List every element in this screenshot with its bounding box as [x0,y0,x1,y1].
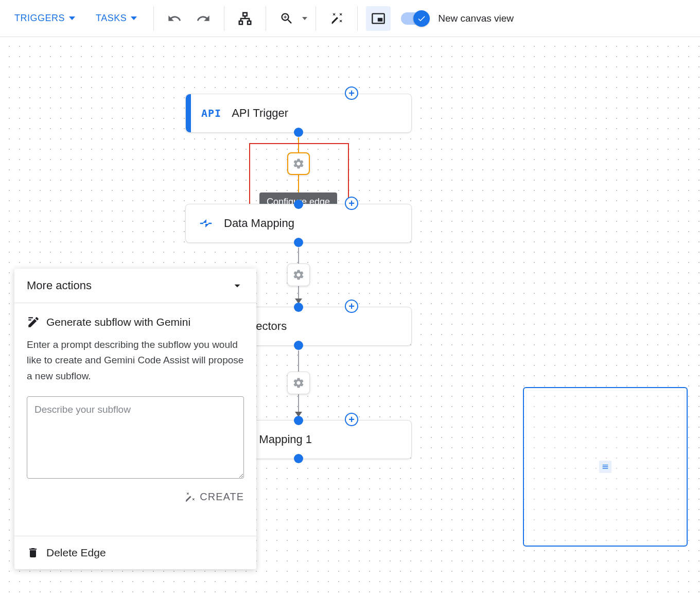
canvas[interactable]: API API Trigger + Configure edge Data Ma… [0,37,700,597]
panel-header[interactable]: More actions [14,269,256,303]
api-icon-text: API [201,107,221,119]
edge-gear-button[interactable] [287,372,310,394]
panel-body: Generate subflow with Gemini Enter a pro… [14,303,256,515]
wand-icon [330,12,343,25]
panel-title: More actions [27,279,92,292]
magic-button[interactable] [324,6,349,31]
chevron-down-icon [69,16,75,20]
add-node-button[interactable]: + [345,197,358,210]
api-icon: API [201,107,221,119]
port-in[interactable] [294,416,303,425]
node-accent-bar [186,94,191,132]
toggle-knob [413,10,430,27]
node-label: Data Mapping [224,217,294,230]
port-out[interactable] [294,454,303,463]
separator [357,6,358,31]
data-mapping-icon [198,216,214,231]
edge-gear-button[interactable] [287,264,310,286]
chevron-down-icon [131,16,137,20]
gear-icon [292,377,305,389]
separator [266,6,266,31]
port-in[interactable] [294,200,303,209]
trash-icon [27,547,39,559]
tasks-dropdown[interactable]: TASKS [87,9,145,28]
port-in[interactable] [294,303,303,312]
wand-icon [184,491,196,503]
subflow-prompt-input[interactable] [27,396,244,479]
check-icon [417,14,426,23]
triggers-dropdown[interactable]: TRIGGERS [6,9,83,28]
panel-subhead-text: Generate subflow with Gemini [46,316,190,328]
edge-gear-button[interactable] [287,152,310,175]
node-label: API Trigger [232,107,288,120]
tasks-label: TASKS [96,13,127,24]
node-data-mapping[interactable]: Data Mapping [185,204,412,243]
redo-icon [196,11,211,26]
pip-icon [371,11,386,26]
list-icon [601,463,609,471]
separator [316,6,316,31]
separator [224,6,224,31]
separator [153,6,154,31]
undo-button[interactable] [162,6,187,31]
delete-label: Delete Edge [46,547,106,559]
minimap-node-icon [599,461,611,473]
delete-edge-button[interactable]: Delete Edge [14,536,256,569]
gear-icon [292,157,305,170]
more-actions-panel: More actions Generate subflow with Gemin… [14,269,256,569]
layout-button[interactable] [233,6,257,31]
triggers-label: TRIGGERS [14,13,65,24]
undo-icon [167,11,182,26]
canvas-view-toggle[interactable] [401,12,429,25]
panel-subhead: Generate subflow with Gemini [27,315,244,329]
node-label: a Mapping 1 [250,433,312,446]
zoom-dropdown[interactable] [274,6,307,31]
zoom-in-icon [279,11,294,26]
sitemap-icon [237,11,253,26]
pencil-list-icon [27,315,40,329]
toolbar: TRIGGERS TASKS New canvas view [0,0,700,37]
minimap[interactable] [523,387,688,547]
panel-description: Enter a prompt describing the subflow yo… [27,337,244,384]
create-button[interactable]: CREATE [184,491,244,503]
zoom-button[interactable] [274,6,299,31]
add-node-button[interactable]: + [345,300,358,313]
gear-icon [292,269,305,281]
add-node-button[interactable]: + [345,413,358,426]
node-api-trigger[interactable]: API API Trigger [185,94,412,133]
add-node-button[interactable]: + [345,86,358,100]
view-mode-button[interactable] [366,6,391,31]
create-label: CREATE [200,491,244,503]
toggle-label: New canvas view [438,13,514,24]
chevron-down-icon [302,17,307,20]
chevron-down-icon [231,279,244,292]
redo-button[interactable] [191,6,216,31]
